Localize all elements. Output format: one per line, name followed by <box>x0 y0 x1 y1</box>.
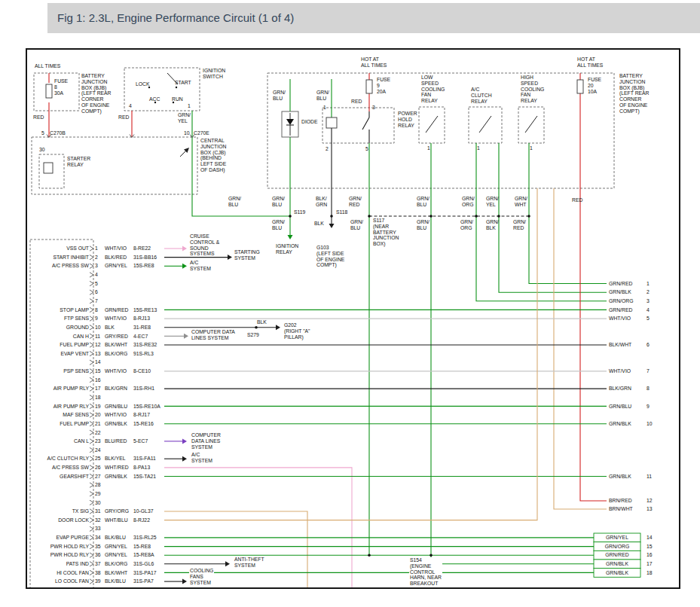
pin-number: 31 <box>95 508 101 514</box>
label-ac-relay: A/C CLUTCH RELAY <box>471 87 492 104</box>
pin-label: FUEL PUMP <box>30 342 89 347</box>
label-b6: GRN/ BLK <box>486 219 499 231</box>
label-computer2: COMPUTER DATA LINES SYSTEM <box>191 432 221 450</box>
right-wire-number: 17 <box>647 561 653 566</box>
right-wire-number: 10 <box>647 421 653 426</box>
pin-wire-color: WHT/RED <box>105 465 129 470</box>
pin-circuit-code: 8-RE22 <box>133 246 151 251</box>
label-lock: LOCK <box>136 81 150 87</box>
pin-number: 21 <box>95 421 101 426</box>
label-run: RUN <box>172 96 183 102</box>
label-ac-sys1: A/C SYSTEM <box>190 260 211 272</box>
right-wire-label: GRN/YEL <box>594 535 640 540</box>
right-wire-label: GRN/BLU <box>609 404 631 409</box>
label-a1: GRN/ BLU <box>228 196 241 208</box>
right-wire-number: 5 <box>647 316 650 321</box>
label-p1a: 1 <box>427 145 430 151</box>
pin-number: 22 <box>95 430 101 435</box>
pin-number: 32 <box>95 517 101 523</box>
pin-circuit-code: 8-CE10 <box>133 368 151 374</box>
label-cjb: CENTRAL JUNCTION BOX (CJB) (BEHIND LEFT … <box>200 138 226 173</box>
pin-number: 9 <box>95 316 98 321</box>
label-n3: 3 <box>372 105 375 111</box>
pin-number: 10 <box>95 325 101 330</box>
pin-number: 28 <box>95 482 101 487</box>
right-wire-label: GRN/RED <box>594 552 640 557</box>
right-wire-label: BRN/RED <box>609 498 632 503</box>
label-bjb-left: BATTERY JUNCTION BOX (BJB) (LEFT REAR CO… <box>81 73 112 114</box>
right-wire-label: WHT/VIO <box>609 316 631 321</box>
pin-circuit-code: 15S-TA21 <box>133 474 156 479</box>
right-wire-number: 14 <box>647 535 653 540</box>
pin-circuit-code: 15-RE16 <box>133 421 154 426</box>
pin-circuit-code: 31S-RH1 <box>133 386 154 391</box>
label-red1: RED <box>33 114 44 120</box>
pin-number: 24 <box>95 447 101 453</box>
pin-wire-color: BLK/BLU <box>105 578 126 584</box>
label-fuse9: FUSE 9 20A <box>377 77 390 94</box>
label-hot1: HOT AT ALL TIMES <box>361 56 387 69</box>
pin-label: LO COOL FAN <box>30 578 89 584</box>
label-a2: GRN/ BLU <box>272 196 285 208</box>
pin-number: 16 <box>95 377 101 383</box>
label-anti-theft: ANTI-THEFT SYSTEM <box>234 557 265 569</box>
pin-label: PWR HOLD RLY <box>30 544 89 549</box>
pin-number: 27 <box>95 474 101 479</box>
label-power-hold: POWER HOLD RELAY <box>398 111 417 128</box>
pin-circuit-code: 5-EC7 <box>133 438 148 444</box>
label-acc: ACC <box>149 96 160 102</box>
label-b2: BLK <box>314 221 324 227</box>
pin-circuit-code: 8-RJ17 <box>133 412 150 417</box>
label-cooling: COOLING FANS SYSTEM <box>189 568 214 585</box>
pin-number: 38 <box>95 570 101 575</box>
pin-number: 20 <box>95 412 101 417</box>
right-wire-label: GRN/BLK <box>609 421 631 426</box>
pin-wire-color: BLK/WHT <box>105 570 127 575</box>
pin-wire-color: GRN/YEL <box>105 544 127 549</box>
right-wire-number: 15 <box>647 544 653 549</box>
right-wire-label: BRN/WHT <box>609 506 633 511</box>
label-c270b: C270B <box>50 130 66 136</box>
labels-layer: VSS OUT1WHT/VIO8-RE22START INHIBIT2BLK/R… <box>0 0 700 607</box>
label-grn-blu-t1: GRN/ BLU <box>273 90 286 102</box>
label-s118: S118 <box>336 209 347 215</box>
pin-label: STOP LAMP <box>30 307 89 313</box>
label-n5b: 5 <box>365 146 368 152</box>
label-high-relay: HIGH SPEED COOLING FAN RELAY <box>521 75 544 104</box>
label-a8: GRN/ WHT <box>515 196 527 208</box>
pin-circuit-code: 31S-FA11 <box>133 456 156 461</box>
label-low-relay: LOW SPEED COOLING FAN RELAY <box>421 75 445 104</box>
label-start: START <box>175 80 191 86</box>
pin-wire-color: GRY/RED <box>105 334 128 339</box>
pin-label: A/C CLUTCH RLY <box>30 456 89 461</box>
label-p1b: 1 <box>477 145 480 151</box>
pin-label: PSP SENS <box>30 368 89 374</box>
right-wire-label: WHT/VIO <box>609 368 631 374</box>
pin-number: 11 <box>95 334 100 339</box>
label-cruise: CRUISE CONTROL & SOUND SYSTEMS <box>190 233 219 257</box>
label-b5: GRN/ ORG <box>460 219 473 231</box>
right-wire-label: GRN/BLK <box>594 561 640 566</box>
label-fuse8: FUSE 8 30A <box>54 78 68 96</box>
label-n1b: 1 <box>323 105 326 111</box>
label-b3: GRN/ BLU <box>350 219 363 231</box>
pin-circuit-code: 31S-RL25 <box>133 535 157 540</box>
label-g103: G103 (LEFT SIDE OF ENGINE COMPT) <box>316 245 344 268</box>
pin-wire-color: BLU/RED <box>105 438 127 444</box>
pin-wire-color: WHT/VIO <box>105 316 127 321</box>
label-a5: GRN/ BLU <box>417 196 429 208</box>
pin-label: CAN L <box>30 438 89 444</box>
label-red2: RED <box>118 114 129 120</box>
pin-circuit-code: 91S-RL3 <box>133 351 154 356</box>
pin-label: AIR PUMP RLY <box>30 386 89 391</box>
pin-number: 35 <box>95 544 101 549</box>
pin-label: START INHIBIT <box>30 255 89 260</box>
label-bjb-right: BATTERY JUNCTION BOX (BJB) (LEFT REAR CO… <box>619 73 650 114</box>
pin-number: 13 <box>95 351 101 356</box>
label-n30: 30 <box>39 147 45 153</box>
pin-number: 25 <box>95 456 101 461</box>
pin-wire-color: GRN/BLK <box>105 474 127 479</box>
label-a7: GRN/ YEL <box>486 196 499 208</box>
right-wire-label: GRN/BLK <box>594 570 640 575</box>
pin-label: A/C PRESS SW <box>30 263 89 268</box>
